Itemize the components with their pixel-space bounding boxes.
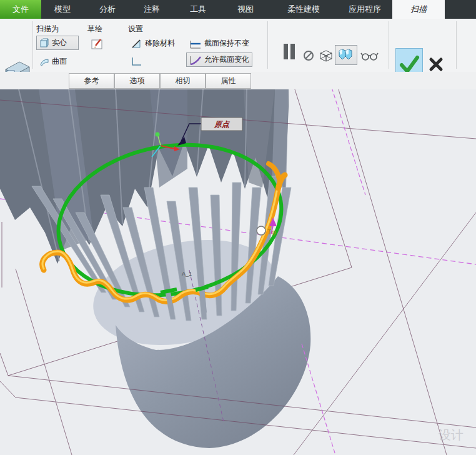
axis-a1-label: A_1 — [182, 271, 192, 277]
ribbon-tab-file[interactable]: 文件 — [0, 0, 41, 19]
ribbon-tab-bar: 文件 模型 分析 注释 工具 视图 柔性建模 应用程序 扫描 — [0, 0, 476, 19]
panel-tab-references[interactable]: 参考 — [69, 73, 114, 89]
surface-button[interactable]: 曲面 — [36, 54, 79, 69]
glasses-verify-icon — [360, 50, 379, 61]
variable-section-button[interactable]: 允许截面变化 — [186, 52, 252, 67]
section-sketch-button[interactable] — [128, 54, 146, 68]
x-icon — [429, 57, 444, 72]
panel-tab-tangency[interactable]: 相切 — [160, 73, 206, 89]
constant-section-label: 截面保持不变 — [204, 38, 249, 49]
toolbar-separator — [389, 21, 389, 69]
origin-label: 原点 — [214, 120, 231, 129]
ribbon-tab-tools[interactable]: 工具 — [179, 0, 217, 19]
ribbon-tab-analysis[interactable]: 分析 — [87, 0, 127, 19]
variable-section-label: 允许截面变化 — [204, 54, 249, 65]
solid-button-label: 实心 — [52, 38, 67, 48]
solid-cube-icon — [39, 38, 49, 48]
ribbon-tab-view[interactable]: 视图 — [226, 0, 265, 19]
sketch-group-label: 草绘 — [87, 24, 102, 34]
open-section-icon — [131, 56, 142, 66]
graphics-area[interactable]: A_1 Tφ — [0, 89, 476, 455]
wireframe-preview-icon — [319, 49, 334, 62]
checkmark-icon — [399, 55, 420, 74]
pause-button[interactable] — [279, 40, 300, 62]
verify-button[interactable] — [357, 48, 382, 63]
sketch-pencil-icon — [91, 38, 104, 51]
wireframe-preview-button[interactable] — [315, 48, 337, 64]
toolbar-separator — [32, 21, 33, 69]
surface-button-label: 曲面 — [52, 56, 67, 67]
ribbon-tab-annotate[interactable]: 注释 — [132, 0, 171, 19]
creo-application-window: 文件 模型 分析 注释 工具 视图 柔性建模 应用程序 扫描 扫描为 实心 — [0, 0, 476, 455]
panel-tab-options[interactable]: 选项 — [114, 73, 160, 89]
geometry-preview-button[interactable] — [335, 45, 357, 65]
surface-icon — [39, 57, 49, 67]
toolbar-separator — [267, 21, 268, 69]
watermark-text: 设计 — [439, 428, 464, 442]
remove-material-label: 移除材料 — [145, 38, 175, 49]
constant-section-button[interactable]: 截面保持不变 — [186, 36, 252, 51]
remove-material-icon — [131, 39, 142, 49]
section-marker-label: Tφ — [267, 228, 276, 236]
pause-icon — [282, 42, 297, 61]
variable-section-icon — [189, 55, 202, 65]
constant-section-icon — [189, 39, 202, 49]
no-preview-icon — [303, 50, 314, 61]
toolbar-separator — [456, 21, 457, 69]
sweep-dashboard: 扫描为 实心 曲面 草绘 设置 — [0, 19, 476, 72]
settings-group-label: 设置 — [128, 24, 143, 34]
remove-material-button[interactable]: 移除材料 — [128, 36, 178, 51]
sweep-as-group-label: 扫描为 — [36, 24, 59, 34]
trajectory-drag-handle[interactable] — [257, 226, 265, 235]
panel-tab-properties[interactable]: 属性 — [206, 73, 251, 89]
ribbon-tab-sweep-active[interactable]: 扫描 — [392, 0, 445, 19]
geometry-preview-icon — [338, 48, 353, 62]
dashboard-panel-tabs: 参考 选项 相切 属性 — [0, 72, 476, 90]
ribbon-tab-applications[interactable]: 应用程序 — [337, 0, 392, 19]
ribbon-tab-model[interactable]: 模型 — [44, 0, 81, 19]
ribbon-tab-flexible-modeling[interactable]: 柔性建模 — [270, 0, 337, 19]
sketch-button[interactable] — [87, 36, 107, 53]
solid-button[interactable]: 实心 — [36, 36, 79, 50]
model-view: A_1 Tφ — [0, 89, 476, 455]
preview-off-button[interactable] — [300, 48, 317, 63]
csys-origin-point[interactable] — [156, 132, 160, 137]
